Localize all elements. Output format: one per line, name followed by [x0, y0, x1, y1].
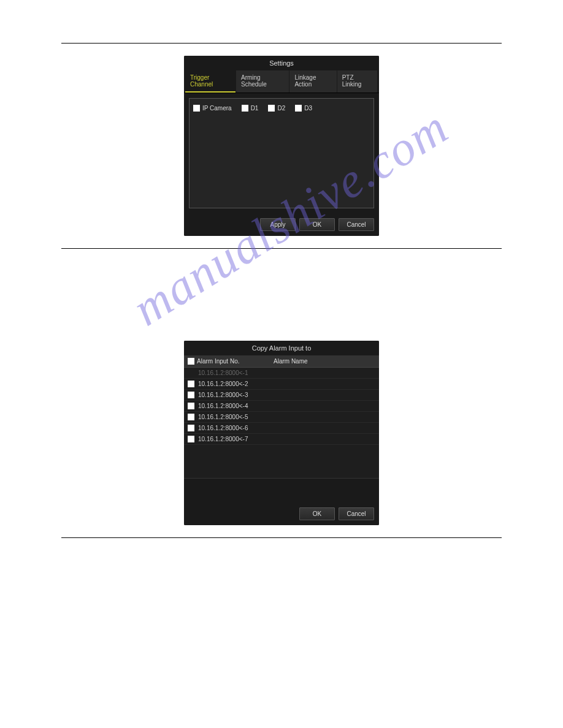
mid-rule [61, 248, 502, 249]
cell-alarm-no: 10.16.1.2:8000<-4 [198, 403, 248, 409]
checkbox-d2[interactable]: D2 [268, 105, 285, 112]
cell-alarm-no: 10.16.1.2:8000<-5 [198, 414, 248, 420]
checkbox-icon [188, 436, 194, 442]
cell-alarm-no: 10.16.1.2:8000<-3 [198, 392, 248, 398]
copy-table-header: Alarm Input No. Alarm Name [184, 355, 379, 368]
checkbox-row: IP Camera D1 D2 D3 [193, 105, 370, 112]
checkbox-label: IP Camera [202, 105, 232, 112]
checkbox-icon [188, 381, 194, 387]
cell-alarm-no: 10.16.1.2:8000<-2 [198, 381, 248, 387]
header-checkbox[interactable]: Alarm Input No. [188, 358, 274, 365]
checkbox-icon [188, 403, 194, 409]
cell-alarm-no: 10.16.1.2:8000<-6 [198, 425, 248, 431]
copy-footer: OK Cancel [184, 502, 379, 525]
checkbox-icon [295, 105, 302, 112]
checkbox-label: D1 [251, 105, 259, 112]
checkbox-ip-camera[interactable]: IP Camera [193, 105, 232, 112]
tab-arming-schedule[interactable]: Arming Schedule [236, 70, 289, 93]
col-alarm-name: Alarm Name [274, 358, 308, 365]
ok-button[interactable]: OK [299, 218, 335, 231]
table-row[interactable]: 10.16.1.2:8000<-1 [184, 368, 379, 379]
table-row[interactable]: 10.16.1.2:8000<-5 [184, 412, 379, 423]
table-row[interactable]: 10.16.1.2:8000<-6 [184, 423, 379, 434]
copy-table-body: 10.16.1.2:8000<-1 10.16.1.2:8000<-2 10.1… [184, 368, 379, 478]
checkbox-d1[interactable]: D1 [242, 105, 259, 112]
settings-footer: Apply OK Cancel [184, 213, 379, 236]
checkbox-d3[interactable]: D3 [295, 105, 312, 112]
table-row[interactable]: 10.16.1.2:8000<-2 [184, 379, 379, 390]
cell-alarm-no: 10.16.1.2:8000<-1 [198, 370, 248, 376]
copy-alarm-dialog: Copy Alarm Input to Alarm Input No. Alar… [184, 341, 379, 525]
checkbox-icon [188, 358, 194, 365]
settings-dialog: Settings Trigger Channel Arming Schedule… [184, 56, 379, 236]
tab-trigger-channel[interactable]: Trigger Channel [185, 70, 236, 93]
table-row[interactable]: 10.16.1.2:8000<-7 [184, 434, 379, 445]
tab-ptz-linking[interactable]: PTZ Linking [337, 70, 377, 93]
cancel-button[interactable]: Cancel [339, 218, 374, 231]
cancel-button[interactable]: Cancel [339, 507, 374, 520]
bottom-rule [61, 537, 502, 538]
checkbox-icon [242, 105, 248, 112]
cell-alarm-no: 10.16.1.2:8000<-7 [198, 436, 248, 442]
apply-button[interactable]: Apply [260, 218, 296, 231]
table-row[interactable]: 10.16.1.2:8000<-4 [184, 401, 379, 412]
settings-tabs: Trigger Channel Arming Schedule Linkage … [184, 70, 379, 93]
checkbox-icon [188, 392, 194, 398]
top-rule [61, 43, 502, 44]
col-alarm-input-no: Alarm Input No. [197, 358, 239, 365]
checkbox-icon [268, 105, 275, 112]
checkbox-icon [193, 105, 200, 112]
tab-linkage-action[interactable]: Linkage Action [289, 70, 336, 93]
checkbox-label: D2 [277, 105, 285, 112]
checkbox-icon [188, 414, 194, 420]
copy-title: Copy Alarm Input to [184, 341, 379, 355]
ok-button[interactable]: OK [299, 507, 335, 520]
settings-panel: IP Camera D1 D2 D3 [189, 98, 374, 208]
settings-title: Settings [184, 56, 379, 70]
checkbox-label: D3 [304, 105, 312, 112]
table-row[interactable]: 10.16.1.2:8000<-3 [184, 390, 379, 401]
checkbox-icon [188, 425, 194, 431]
